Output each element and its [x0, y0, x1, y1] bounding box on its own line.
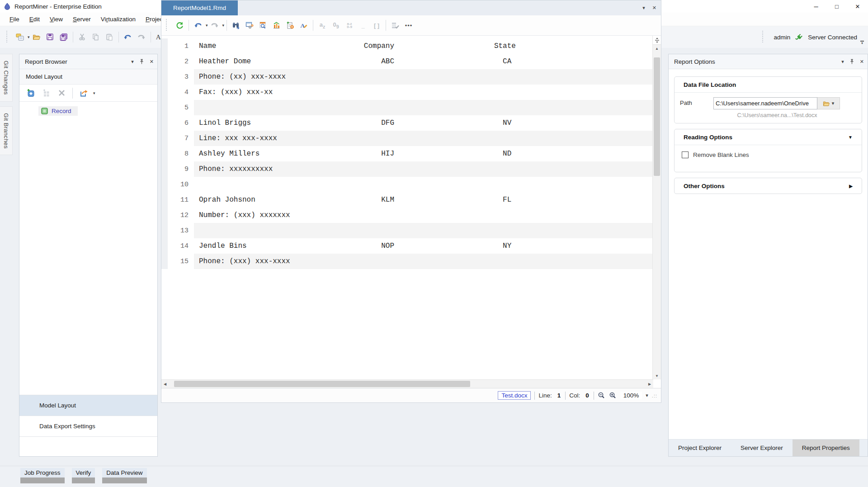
vertical-scroll-thumb[interactable]: [654, 57, 660, 176]
side-tab[interactable]: Git Changes: [0, 54, 13, 102]
collapse-section-icon[interactable]: ▼: [848, 135, 853, 140]
editor-line[interactable]: 13: [161, 223, 652, 238]
more-commands-button[interactable]: •••: [402, 19, 415, 32]
mark-brackets-button[interactable]: [ ]: [370, 19, 383, 32]
menu-item[interactable]: Edit: [24, 14, 45, 24]
right-toolbar-overflow-button[interactable]: ▾: [859, 41, 865, 47]
editor-undo-button[interactable]: [191, 19, 205, 32]
editor-line[interactable]: 3 Phone: (xx) xxx-xxxx: [161, 69, 652, 85]
auto-create-fields-button[interactable]: [243, 19, 256, 32]
horizontal-scroll-thumb[interactable]: [174, 381, 470, 387]
reading-options-header[interactable]: Reading Options ▼: [675, 129, 862, 145]
editor-text-area[interactable]: 1 Name Company State 2 Heather Dome ABC: [161, 36, 652, 379]
zoom-dropdown-caret[interactable]: ▾: [646, 393, 648, 398]
export-model-button[interactable]: [77, 86, 90, 100]
selection-margin[interactable]: [161, 54, 168, 69]
toolbar-grip[interactable]: [6, 31, 9, 43]
right-panel-tab[interactable]: Project Explorer: [669, 440, 731, 456]
horizontal-scroll-track[interactable]: [169, 380, 646, 388]
save-button[interactable]: [43, 30, 57, 44]
editor-find-button[interactable]: [229, 19, 243, 32]
auto-parse-button[interactable]: [283, 19, 297, 32]
zoom-in-button[interactable]: [609, 392, 617, 399]
bottom-tab[interactable]: Verify: [72, 468, 95, 483]
source-file-link[interactable]: Test.docx: [498, 391, 531, 400]
cut-button[interactable]: [75, 30, 89, 44]
save-all-button[interactable]: [57, 30, 71, 44]
split-editor-handle[interactable]: [653, 36, 661, 45]
selection-margin[interactable]: [161, 254, 168, 269]
panel-close-icon[interactable]: ✕: [860, 59, 864, 64]
editor-line[interactable]: 15 Phone: (xxx) xxx-xxxx: [161, 254, 652, 269]
delete-node-button[interactable]: [55, 86, 68, 100]
bottom-tab[interactable]: Job Progress: [20, 468, 65, 483]
selection-margin[interactable]: [161, 177, 168, 192]
editor-line[interactable]: 5: [161, 100, 652, 115]
selection-margin[interactable]: [161, 223, 168, 238]
editor-line[interactable]: 11 Oprah Johsnon KLM FL: [161, 192, 652, 208]
tree-item-record[interactable]: Record: [38, 106, 78, 116]
editor-line[interactable]: 8 Ashley Millers HIJ ND: [161, 146, 652, 161]
resize-grip[interactable]: .::: [652, 393, 657, 398]
scroll-down-arrow[interactable]: ▼: [653, 372, 661, 379]
document-tab[interactable]: ReportModel1.Rmd: [161, 0, 238, 15]
menu-item[interactable]: Server: [68, 14, 96, 24]
editor-line[interactable]: 14 Jendle Bins NOP NY: [161, 238, 652, 254]
toolbar-grip[interactable]: [166, 19, 168, 32]
panel-close-icon[interactable]: ✕: [150, 59, 154, 64]
menu-item[interactable]: Virtualization: [96, 14, 141, 24]
editor-line[interactable]: 2 Heather Dome ABC CA: [161, 54, 652, 69]
copy-button[interactable]: [89, 30, 103, 44]
side-tab[interactable]: Git Branches: [0, 106, 13, 156]
bottom-tab[interactable]: Data Preview: [102, 468, 146, 483]
pattern-search-button[interactable]: [256, 19, 270, 32]
panel-menu-caret-icon[interactable]: ▾: [841, 59, 844, 64]
editor-line[interactable]: 9 Phone: xxxxxxxxxx: [161, 161, 652, 177]
menu-item[interactable]: File: [5, 14, 24, 24]
scroll-up-arrow[interactable]: ▲: [653, 45, 661, 52]
left-panel-nav-button[interactable]: Data Export Settings: [19, 416, 157, 436]
mark-blank-button[interactable]: _: [356, 19, 370, 32]
redo-dropdown-caret[interactable]: ▾: [222, 23, 225, 28]
new-report-dropdown[interactable]: ▾: [28, 35, 30, 39]
path-input[interactable]: C:\Users\sameer.nadeem\OneDrive: [713, 97, 817, 109]
zoom-level-select[interactable]: 100%: [620, 392, 642, 399]
validate-data-button[interactable]: [388, 19, 402, 32]
add-record-button[interactable]: [24, 86, 38, 100]
scroll-left-arrow[interactable]: ◀: [161, 382, 169, 386]
edit-font-button[interactable]: A: [297, 19, 311, 32]
editor-line[interactable]: 4 Fax: (xxx) xxx-xx: [161, 85, 652, 100]
close-button[interactable]: ✕: [847, 0, 868, 13]
undo-button[interactable]: [121, 30, 135, 44]
selection-margin[interactable]: [161, 146, 168, 161]
other-options-header[interactable]: Other Options ▶: [675, 178, 862, 194]
add-collection-button[interactable]: [39, 86, 53, 100]
left-panel-nav-button[interactable]: Model Layout: [19, 395, 157, 416]
export-dropdown-caret[interactable]: ▾: [93, 91, 95, 95]
new-report-button[interactable]: [13, 30, 27, 44]
editor-line[interactable]: 7 Line: xxx xxx-xxxx: [161, 131, 652, 146]
mark-numeric-button[interactable]: 09: [329, 19, 343, 32]
editor-redo-button[interactable]: [208, 19, 222, 32]
tab-list-caret-icon[interactable]: ▾: [642, 5, 645, 10]
refresh-button[interactable]: [173, 19, 186, 32]
selection-margin[interactable]: [161, 208, 168, 223]
editor-line[interactable]: 6 Linol Briggs DFG NV: [161, 115, 652, 131]
maximize-button[interactable]: □: [826, 0, 847, 13]
browse-button[interactable]: ▾: [817, 97, 840, 109]
selection-margin[interactable]: [161, 38, 168, 54]
tab-close-icon[interactable]: ✕: [652, 5, 656, 10]
redo-button[interactable]: [135, 30, 148, 44]
right-panel-tab[interactable]: Report Properties: [793, 440, 859, 456]
minimize-button[interactable]: ─: [806, 0, 826, 13]
scroll-right-arrow[interactable]: ▶: [646, 382, 653, 386]
expand-section-icon[interactable]: ▶: [849, 184, 853, 189]
vertical-scroll-track[interactable]: [653, 52, 661, 372]
remove-blank-lines-checkbox[interactable]: [682, 151, 689, 158]
zoom-out-button[interactable]: [598, 392, 605, 399]
toolbar-grip[interactable]: [762, 31, 764, 43]
pin-icon[interactable]: [139, 59, 144, 65]
editor-line[interactable]: 1 Name Company State: [161, 38, 652, 54]
selection-margin[interactable]: [161, 85, 168, 100]
selection-margin[interactable]: [161, 161, 168, 177]
